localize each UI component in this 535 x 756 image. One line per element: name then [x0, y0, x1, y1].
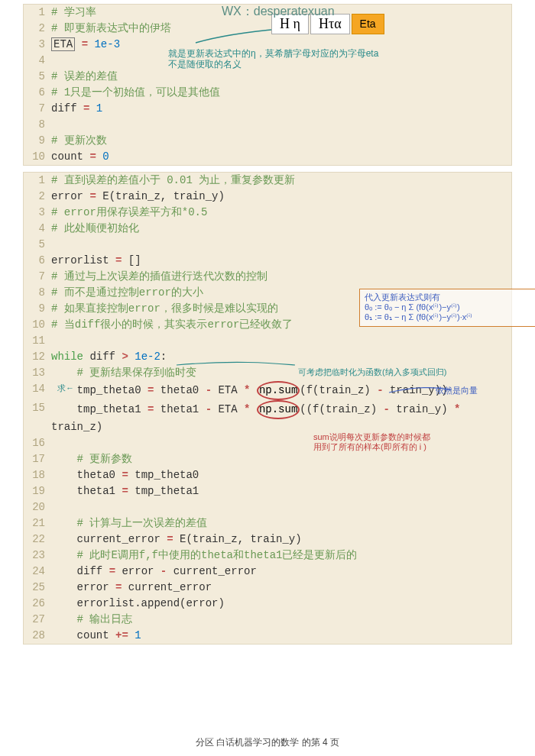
line-number: 9: [24, 133, 51, 149]
annotation-polynomial: 可考虑把临时化为函数(纳入多项式回归): [298, 367, 512, 377]
line-number: 7: [24, 269, 51, 285]
line-number: 1: [24, 5, 51, 21]
line-number: 19: [24, 483, 51, 499]
code-content: current_error = E(train_z, train_y): [51, 531, 511, 548]
code-line: 6# 1只是一个初始值，可以是其他值: [24, 85, 511, 101]
code-line: 5: [24, 237, 511, 253]
code-line: 3# error用保存误差平方和*0.5: [24, 205, 511, 221]
code-content: diff = 1: [51, 101, 511, 117]
code-content: # 误差的差值: [51, 69, 511, 85]
code-content: errorlist.append(error): [51, 596, 511, 612]
line-number: 5: [24, 237, 51, 253]
code-line: 22 current_error = E(train_z, train_y): [24, 531, 511, 548]
code-content: diff = error - current_error: [51, 564, 511, 580]
code-content: count += 1: [51, 628, 511, 644]
code-content: theta1 = tmp_theta1: [51, 483, 511, 499]
code-line: 11: [24, 333, 511, 349]
line-number: 12: [24, 349, 51, 365]
line-number: 3: [24, 205, 51, 221]
code-content: # 直到误差的差值小于 0.01 为止，重复参数更新: [51, 173, 511, 189]
code-content: # 更新次数: [51, 133, 511, 149]
line-number: 22: [24, 531, 51, 548]
line-number: 9: [24, 301, 51, 317]
line-number: 27: [24, 612, 51, 628]
annotation-eta-meaning: 就是更新表达式中的η，莫希腊字母对应的为字母eta 不是随便取的名义: [168, 48, 489, 70]
code-line: 4# 此处顺便初始化: [24, 221, 511, 237]
annotation-line: θ₁ := θ₁ − η Σ (fθ(x⁽ⁱ⁾)−y⁽ⁱ⁾)·x⁽ⁱ⁾: [365, 312, 535, 322]
page: WX：desperatexuan H η Hτα Eta 1# 学习率2# 即更…: [23, 0, 512, 749]
code-line: 27 # 输出日志: [24, 612, 511, 628]
annotation-sum-marker: 求←: [57, 383, 74, 393]
code-content: tmp_theta1 = theta1 - ETA * np.sum((f(tr…: [51, 400, 511, 435]
code-line: 21 # 计算与上一次误差的差值: [24, 515, 511, 531]
code-content: # 输出日志: [51, 612, 511, 628]
code-content: # 计算与上一次误差的差值: [51, 515, 511, 531]
annotation-line: θ₀ := θ₀ − η Σ (fθ(x⁽ⁱ⁾)−y⁽ⁱ⁾): [365, 302, 535, 312]
line-number: 20: [24, 499, 51, 515]
code-content: theta0 = tmp_theta0: [51, 467, 511, 483]
line-number: 8: [24, 117, 51, 133]
annotation-line: 就是更新表达式中的η，莫希腊字母对应的为字母eta: [168, 48, 489, 59]
badge-eta-highlight: Eta: [352, 14, 384, 34]
code-content: errorlist = []: [51, 253, 511, 269]
code-line: 9# 更新次数: [24, 133, 511, 149]
code-line: 19 theta1 = tmp_theta1: [24, 483, 511, 499]
line-number: 10: [24, 317, 51, 333]
line-number: 8: [24, 285, 51, 301]
annotation-line: 用到了所有的样本(即所有的 i ): [313, 442, 497, 452]
code-line: 10count = 0: [24, 149, 511, 165]
code-line: 2# 即更新表达式中的伊塔: [24, 21, 511, 37]
code-content: # 此处顺便初始化: [51, 221, 511, 237]
line-number: 13: [24, 365, 51, 381]
code-line: 24 diff = error - current_error: [24, 564, 511, 580]
watermark: WX：desperatexuan: [222, 4, 335, 20]
annotation-vector: 依然是向量: [436, 386, 478, 396]
code-line: 23 # 此时E调用f,f中使用的theta和theta1已经是更新后的: [24, 548, 511, 564]
code-content: # error用保存误差平方和*0.5: [51, 205, 511, 221]
annotation-formula-box: 代入更新表达式则有 θ₀ := θ₀ − η Σ (fθ(x⁽ⁱ⁾)−y⁽ⁱ⁾)…: [359, 289, 535, 327]
code-line: 20: [24, 499, 511, 515]
code-line: 12while diff > 1e-2:: [24, 349, 511, 365]
line-number: 28: [24, 628, 51, 644]
annotation-line: sum说明每次更新参数的时候都: [313, 432, 497, 442]
code-block-2: 1# 直到误差的差值小于 0.01 为止，重复参数更新2error = E(tr…: [23, 172, 512, 645]
code-block-1: 1# 学习率2# 即更新表达式中的伊塔3ETA = 1e-34 5# 误差的差值…: [23, 4, 512, 166]
page-footer: 分区 白话机器学习的数学 的第 4 页: [23, 736, 512, 749]
code-line: 7# 通过与上次误差的插值进行迭代次数的控制: [24, 269, 511, 285]
line-number: 4: [24, 221, 51, 237]
annotation-line: 不是随便取的名义: [168, 59, 489, 69]
line-number: 17: [24, 451, 51, 467]
line-number: 26: [24, 596, 51, 612]
annotation-line: 代入更新表达式则有: [365, 292, 535, 302]
code-line: 6errorlist = []: [24, 253, 511, 269]
line-number: 1: [24, 173, 51, 189]
code-content: # 此时E调用f,f中使用的theta和theta1已经是更新后的: [51, 548, 511, 564]
code-content: [51, 499, 511, 515]
code-line: 18 theta0 = tmp_theta0: [24, 467, 511, 483]
code-line: 17 # 更新参数: [24, 451, 511, 467]
code-content: [51, 333, 511, 349]
line-number: 2: [24, 189, 51, 205]
line-number: 6: [24, 253, 51, 269]
code-content: error = current_error: [51, 580, 511, 596]
code-line: 28 count += 1: [24, 628, 511, 644]
line-number: 25: [24, 580, 51, 596]
code-line: 5# 误差的差值: [24, 69, 511, 85]
line-number: 6: [24, 85, 51, 101]
code-line: 8: [24, 117, 511, 133]
code-content: error = E(train_z, train_y): [51, 189, 511, 205]
line-number: 24: [24, 564, 51, 580]
line-number: 3: [24, 37, 51, 53]
line-number: 23: [24, 548, 51, 564]
code-content: [51, 237, 511, 253]
line-number: 14: [24, 381, 51, 397]
line-number: 10: [24, 149, 51, 165]
code-content: # 通过与上次误差的插值进行迭代次数的控制: [51, 269, 511, 285]
code-line: 2error = E(train_z, train_y): [24, 189, 511, 205]
line-number: 16: [24, 435, 51, 451]
code-line: 15 tmp_theta1 = theta1 - ETA * np.sum((f…: [24, 400, 511, 435]
code-line: 26 errorlist.append(error): [24, 596, 511, 612]
code-content: # 更新参数: [51, 451, 511, 467]
code-content: [51, 117, 511, 133]
annotation-sum-explain: sum说明每次更新参数的时候都 用到了所有的样本(即所有的 i ): [313, 432, 497, 452]
